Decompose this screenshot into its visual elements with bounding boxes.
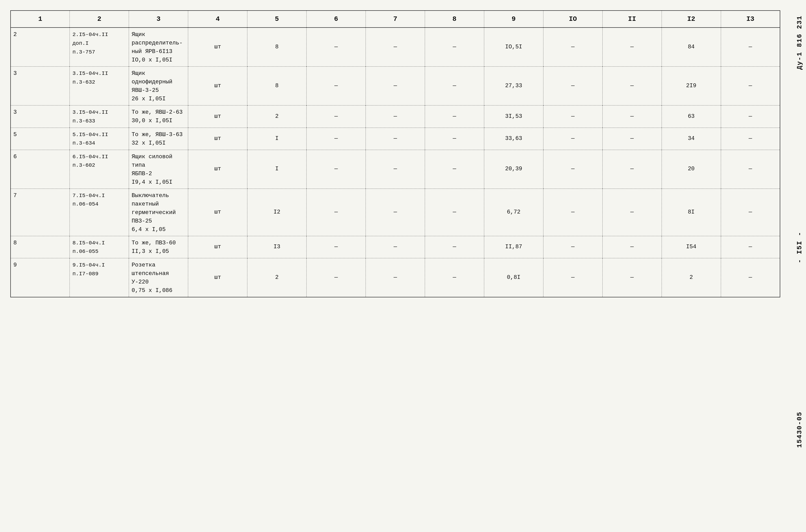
cell-col10: —	[543, 236, 602, 258]
table-row: 88.I5-04ч.I п.06-055То же, ПВЗ-60 II,3 x…	[11, 236, 780, 258]
cell-qty: 8	[248, 27, 307, 66]
cell-col11: —	[602, 128, 662, 150]
cell-col8: —	[425, 189, 484, 236]
cell-total: 2I9	[662, 66, 721, 106]
col-header-2: 2	[70, 11, 129, 27]
cell-desc: То же, ПВЗ-60 II,3 x I,05	[129, 236, 188, 258]
cell-qty: I2	[248, 189, 307, 236]
cell-unit: шт	[188, 27, 248, 66]
col-header-9: 9	[484, 11, 543, 27]
cell-col7: —	[366, 236, 425, 258]
cell-price: 3I,53	[484, 106, 543, 128]
col-header-4: 4	[188, 11, 248, 27]
cell-ref: 6.I5-04ч.II п.3-602	[70, 150, 129, 189]
cell-col11: —	[602, 189, 662, 236]
cell-col7: —	[366, 128, 425, 150]
cell-desc: Выключатель пакетный герметический ПВЗ-2…	[129, 189, 188, 236]
main-table: 1 2 3 4 5 6 7 8 9 IO II I2 I3 22.I5-04ч.…	[10, 10, 780, 298]
col-header-7: 7	[366, 11, 425, 27]
cell-col11: —	[602, 258, 662, 297]
cell-col13: —	[721, 150, 780, 189]
cell-col10: —	[543, 66, 602, 106]
page: 1 2 3 4 5 6 7 8 9 IO II I2 I3 22.I5-04ч.…	[0, 0, 806, 532]
cell-desc: Ящик распределитель- ный ЯРВ-6I13 IO,0 x…	[129, 27, 188, 66]
cell-col8: —	[425, 150, 484, 189]
cell-col7: —	[366, 150, 425, 189]
cell-col10: —	[543, 258, 602, 297]
cell-total: I54	[662, 236, 721, 258]
cell-col7: —	[366, 258, 425, 297]
cell-col10: —	[543, 106, 602, 128]
cell-col6: —	[307, 258, 366, 297]
cell-col7: —	[366, 106, 425, 128]
cell-col6: —	[307, 189, 366, 236]
cell-col8: —	[425, 128, 484, 150]
table-area: 1 2 3 4 5 6 7 8 9 IO II I2 I3 22.I5-04ч.…	[10, 10, 780, 522]
cell-col8: —	[425, 66, 484, 106]
cell-rownum: 8	[11, 236, 70, 258]
cell-total: 8I	[662, 189, 721, 236]
cell-price: 20,39	[484, 150, 543, 189]
cell-qty: 2	[248, 106, 307, 128]
cell-rownum: 2	[11, 27, 70, 66]
cell-unit: шт	[188, 106, 248, 128]
cell-col13: —	[721, 189, 780, 236]
cell-col11: —	[602, 150, 662, 189]
col-header-12: I2	[662, 11, 721, 27]
col-header-6: 6	[307, 11, 366, 27]
cell-total: 2	[662, 258, 721, 297]
cell-price: II,87	[484, 236, 543, 258]
cell-price: 0,8I	[484, 258, 543, 297]
cell-col6: —	[307, 128, 366, 150]
table-row: 33.I5-04ч.II п.3-633То же, ЯВШ-2-63 30,0…	[11, 106, 780, 128]
cell-unit: шт	[188, 236, 248, 258]
cell-col8: —	[425, 106, 484, 128]
cell-qty: I	[248, 150, 307, 189]
cell-rownum: 3	[11, 106, 70, 128]
cell-col8: —	[425, 236, 484, 258]
cell-qty: 8	[248, 66, 307, 106]
cell-desc: То же, ЯВШ-2-63 30,0 x I,05I	[129, 106, 188, 128]
side-label-mid: - I5I -	[796, 231, 803, 263]
cell-total: 84	[662, 27, 721, 66]
cell-col7: —	[366, 189, 425, 236]
cell-col7: —	[366, 27, 425, 66]
cell-desc: То же, ЯВШ-3-63 32 x I,05I	[129, 128, 188, 150]
cell-ref: 2.I5-04ч.II доп.I п.3-757	[70, 27, 129, 66]
cell-price: IO,5I	[484, 27, 543, 66]
cell-unit: шт	[188, 128, 248, 150]
cell-col10: —	[543, 150, 602, 189]
cell-col6: —	[307, 66, 366, 106]
cell-col8: —	[425, 27, 484, 66]
col-header-13: I3	[721, 11, 780, 27]
col-header-8: 8	[425, 11, 484, 27]
cell-qty: I3	[248, 236, 307, 258]
cell-col6: —	[307, 27, 366, 66]
cell-col8: —	[425, 258, 484, 297]
table-row: 22.I5-04ч.II доп.I п.3-757Ящик распредел…	[11, 27, 780, 66]
cell-desc: Ящик однофидерный ЯВШ-3-25 26 x I,05I	[129, 66, 188, 106]
cell-total: 34	[662, 128, 721, 150]
cell-rownum: 3	[11, 66, 70, 106]
cell-ref: 7.I5-04ч.I п.06-054	[70, 189, 129, 236]
cell-ref: 3.I5-04ч.II п.3-633	[70, 106, 129, 128]
cell-col13: —	[721, 106, 780, 128]
table-row: 33.I5-04ч.II п.3-632Ящик однофидерный ЯВ…	[11, 66, 780, 106]
table-row: 66.I5-04ч.II п.3-602Ящик силовой типа ЯБ…	[11, 150, 780, 189]
col-header-5: 5	[248, 11, 307, 27]
cell-col13: —	[721, 128, 780, 150]
cell-desc: Ящик силовой типа ЯБПВ-2 I9,4 x I,05I	[129, 150, 188, 189]
side-label-bot: 15430-05	[796, 412, 803, 448]
cell-col10: —	[543, 189, 602, 236]
col-header-3: 3	[129, 11, 188, 27]
cell-qty: I	[248, 128, 307, 150]
cell-unit: шт	[188, 258, 248, 297]
cell-col10: —	[543, 128, 602, 150]
cell-ref: 9.I5-04ч.I п.I7-089	[70, 258, 129, 297]
cell-col11: —	[602, 27, 662, 66]
cell-price: 27,33	[484, 66, 543, 106]
cell-unit: шт	[188, 189, 248, 236]
col-header-1: 1	[11, 11, 70, 27]
table-row: 99.I5-04ч.I п.I7-089Розетка штепсельная …	[11, 258, 780, 297]
cell-unit: шт	[188, 150, 248, 189]
